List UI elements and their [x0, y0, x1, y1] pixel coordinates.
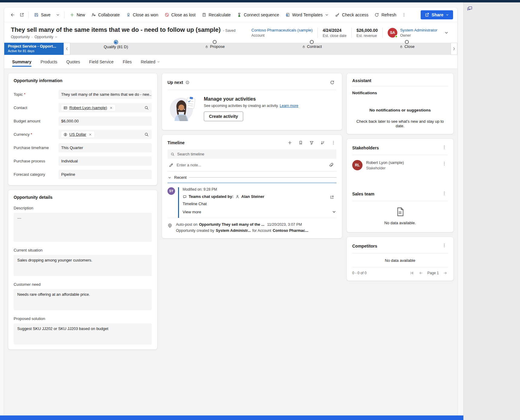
filter-timeline-button[interactable]: [309, 140, 315, 146]
share-button[interactable]: Share: [421, 10, 453, 19]
learn-more-link[interactable]: Learn more: [280, 104, 298, 108]
refresh-icon: [330, 80, 335, 85]
pin-timeline-button[interactable]: [298, 140, 304, 146]
purchase-process-input[interactable]: Individual: [58, 156, 152, 166]
open-in-new-window-button[interactable]: [18, 11, 26, 19]
competitors-more-button[interactable]: [441, 242, 448, 250]
view-more-toggle[interactable]: View more: [183, 209, 336, 214]
purchase-timeframe-input[interactable]: This Quarter: [58, 143, 152, 152]
current-situation-textarea[interactable]: Sales dropping among younger customers.: [14, 255, 152, 276]
teams-chat-pane-button[interactable]: [467, 5, 473, 12]
search-icon[interactable]: [144, 105, 149, 110]
collapse-header-button[interactable]: [442, 28, 451, 37]
process-scroll-left-button[interactable]: [64, 43, 70, 55]
tab-quotes[interactable]: Quotes: [66, 55, 80, 68]
autopost-body-prefix: Opportunity created by: [176, 228, 214, 233]
remove-contact-button[interactable]: [109, 106, 113, 110]
timeline-record-autopost[interactable]: Auto-post on Opportunity They sell many …: [167, 222, 336, 233]
close-as-lost-button[interactable]: Close as lost: [162, 10, 198, 19]
active-stage-box[interactable]: Project Service - Opport... Active for 8…: [4, 43, 64, 55]
pencil-icon: [169, 163, 174, 168]
search-icon[interactable]: [144, 132, 149, 137]
stakeholder-name[interactable]: Robert Lyon (sample): [366, 160, 437, 165]
process-scroll-right-button[interactable]: [451, 43, 457, 55]
new-button[interactable]: New: [67, 10, 88, 19]
forecast-category-input[interactable]: Pipeline: [58, 170, 152, 179]
create-activity-button[interactable]: Create activity: [204, 112, 243, 121]
description-textarea[interactable]: ---: [14, 213, 152, 242]
contact-pill[interactable]: Robert Lyon (sample): [61, 105, 115, 111]
sales-team-more-button[interactable]: [441, 190, 448, 198]
process-name: Project Service - Opport...: [8, 44, 60, 48]
stage-close[interactable]: Close: [399, 40, 414, 49]
currency-lookup[interactable]: US Dollar: [58, 130, 152, 139]
stage-contract[interactable]: Contract: [302, 40, 322, 49]
account-link[interactable]: Contoso Pharmaceuticals (sample): [251, 28, 313, 32]
stage-propose[interactable]: Propose: [205, 40, 225, 49]
word-templates-button[interactable]: Word Templates: [283, 10, 332, 19]
timeline-search-input[interactable]: Search timeline: [167, 149, 336, 159]
medal-icon: [126, 12, 131, 17]
owner-link[interactable]: System Administrator: [400, 28, 437, 32]
previous-page-button[interactable]: [418, 270, 424, 276]
recent-section-header[interactable]: Recent: [167, 175, 336, 183]
timeline-more-button[interactable]: [330, 140, 336, 146]
first-page-button[interactable]: [409, 270, 415, 276]
budget-amount-input[interactable]: $6,000.00: [58, 116, 152, 126]
proposed-solution-textarea[interactable]: Suggest SKU JJ202 or SKU JJ203 based on …: [14, 323, 152, 345]
stakeholders-more-button[interactable]: [441, 144, 448, 152]
sort-timeline-button[interactable]: [320, 140, 326, 146]
contact-lookup[interactable]: Robert Lyon (sample): [58, 103, 152, 112]
currency-pill[interactable]: US Dollar: [61, 131, 94, 138]
contact-name[interactable]: Robert Lyon (sample): [69, 105, 107, 110]
check-access-button[interactable]: Check access: [332, 10, 371, 19]
divider: [352, 201, 448, 201]
note-input[interactable]: Enter a note...: [167, 159, 336, 172]
refresh-button[interactable]: Refresh: [372, 10, 399, 19]
chevron-down-icon[interactable]: [167, 175, 172, 180]
form-selector[interactable]: Opportunity: [35, 35, 58, 39]
owner-avatar[interactable]: SA: [388, 28, 397, 38]
stakeholder-row[interactable]: RL Robert Lyon (sample) Stakeholder: [352, 160, 448, 170]
recalculate-button[interactable]: Recalculate: [199, 10, 234, 19]
remove-currency-button[interactable]: [88, 132, 92, 137]
tab-products[interactable]: Products: [41, 55, 57, 68]
close-as-won-label: Close as won: [133, 12, 158, 17]
vertical-dots-icon: [442, 145, 447, 150]
stage-qualify[interactable]: Qualify (81 D): [104, 40, 128, 49]
tab-field-service[interactable]: Field Service: [89, 55, 114, 68]
refresh-up-next-button[interactable]: [328, 78, 336, 87]
activities-illustration: [169, 94, 198, 123]
close-icon: [109, 106, 113, 110]
stakeholder-row-more-button[interactable]: [441, 160, 448, 168]
tab-files[interactable]: Files: [123, 55, 132, 68]
close-as-won-button[interactable]: Close as won: [123, 10, 161, 19]
stakeholders-sales-team-card: Stakeholders RL Robert Lyon (sample) Sta…: [346, 138, 454, 232]
back-button[interactable]: [8, 11, 17, 19]
field-currency: Currency US Dollar: [14, 130, 152, 139]
stage-contract-indicator: [310, 40, 314, 44]
save-split-button[interactable]: [54, 11, 62, 19]
block-icon: [164, 12, 169, 17]
save-button[interactable]: Save: [31, 10, 53, 19]
more-commands-button[interactable]: [400, 11, 408, 19]
info-icon[interactable]: [185, 80, 190, 85]
next-page-button[interactable]: [442, 270, 448, 276]
open-record-button[interactable]: [328, 193, 336, 201]
currency-name[interactable]: US Dollar: [69, 132, 86, 137]
up-next-card-title: Manage your activities: [204, 96, 298, 102]
tab-summary-label: Summary: [12, 59, 31, 64]
tab-related[interactable]: Related: [141, 55, 160, 68]
create-timeline-record-button[interactable]: [287, 140, 293, 146]
connect-sequence-button[interactable]: Connect sequence: [234, 10, 282, 19]
timeline-record-chat[interactable]: SY Modified on: 9:28 PM Teams chat updat…: [167, 187, 336, 218]
collaborate-button[interactable]: Collaborate: [88, 10, 123, 19]
customer-need-textarea[interactable]: Needs rare offering at an affordable pri…: [14, 289, 152, 310]
page-title: They sell many of the same items that we…: [11, 26, 220, 33]
chat-bubbles-icon: [467, 5, 473, 12]
chevron-down-icon: [56, 13, 60, 17]
attach-file-button[interactable]: [327, 161, 335, 169]
tab-summary[interactable]: Summary: [12, 55, 31, 68]
topic-input[interactable]: They sell many of the same items that we…: [58, 90, 152, 99]
field-description: Description ---: [14, 206, 152, 242]
